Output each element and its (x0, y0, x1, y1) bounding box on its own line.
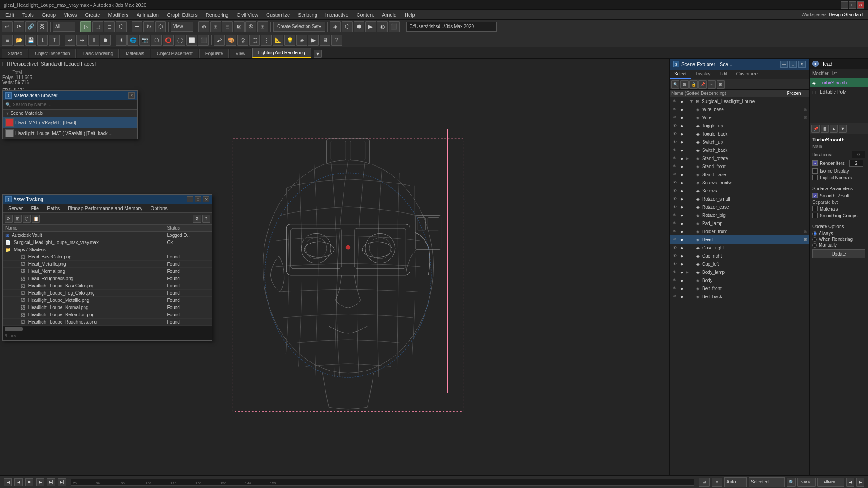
ts-render-iters-value[interactable]: 2 (849, 160, 863, 167)
se-item-rotator-case[interactable]: 👁 ● ◈ Rotator_case (670, 203, 809, 211)
render-frame[interactable]: ⬛ (389, 21, 400, 32)
layer-manager-toggle[interactable]: ≡ (712, 478, 722, 487)
delete-mod[interactable]: 🗑 (821, 125, 829, 133)
at-row-map-3[interactable]: 🖼 Head_Normal.png Found (3, 268, 212, 275)
menu-create[interactable]: Create (81, 11, 104, 19)
at-menu-options[interactable]: Options (147, 205, 171, 212)
mat-search[interactable]: 🔍 Search by Name ... (3, 100, 137, 110)
at-row-map-8[interactable]: 🖼 Headlight_Loupe_Normal.png Found (3, 304, 212, 311)
se-item-cap-left[interactable]: 👁 ● ◈ Cap_left (670, 260, 809, 268)
camera[interactable]: 📷 (139, 35, 150, 46)
at-menu-bitmap[interactable]: Bitmap Performance and Memory (64, 205, 146, 212)
se-item-switch-back[interactable]: 👁 ● ◈ Switch_back (670, 146, 809, 154)
help-q[interactable]: ? (331, 35, 342, 46)
se-item-wire[interactable]: 👁 ● ◈ Wire ⊞ (670, 113, 809, 122)
view-dropdown[interactable]: View (171, 22, 193, 32)
se-lock[interactable]: 🔒 (689, 80, 698, 89)
vertex-color[interactable]: 🎨 (226, 35, 236, 46)
create-selection-set-button[interactable]: Create Selection Set ▾ (273, 22, 325, 32)
tab-extra-btn[interactable]: ▾ (314, 50, 322, 58)
mirror-button[interactable]: ⊟ (222, 21, 233, 32)
at-maximize[interactable]: □ (195, 196, 201, 202)
move-up-mod[interactable]: ▲ (830, 125, 838, 133)
se-item-root[interactable]: 👁 ● ▼ ⊞ Surgical_Headlight_Loupe (670, 97, 809, 105)
rotate-button[interactable]: ↻ (143, 21, 154, 32)
se-item-rotator-small[interactable]: 👁 ● ◈ Rotator_small (670, 195, 809, 203)
render-setup[interactable]: ⬢ (354, 21, 364, 32)
se-item-holder-front[interactable]: 👁 ● ◈ Holder_front ⊞ (670, 227, 809, 235)
mod-turbosmooth[interactable]: ◈ TurboSmooth (810, 78, 868, 87)
plane[interactable]: ⬜ (186, 35, 197, 46)
active-shade[interactable]: ◐ (377, 21, 388, 32)
se-tab-customize[interactable]: Customize (732, 70, 762, 79)
timeline-start-btn[interactable]: |◀ (4, 478, 12, 486)
material-editor[interactable]: ⬡ (342, 21, 353, 32)
tab-materials[interactable]: Materials (120, 49, 150, 58)
ts-render-iters-checkbox[interactable]: ✓ (812, 160, 818, 166)
auto-dropdown[interactable]: Auto (724, 477, 747, 487)
timeline-end-btn[interactable]: ▶| (58, 478, 66, 486)
graph-view[interactable]: ◈ (330, 21, 341, 32)
se-tab-select[interactable]: Select (670, 70, 691, 79)
se-item-toggle-up[interactable]: 👁 ● ◈ Toggle_up (670, 122, 809, 130)
se-item-belt-front[interactable]: 👁 ● ◈ Belt_front (670, 284, 809, 292)
timeline-prev-frame-btn[interactable]: ◀ (14, 478, 23, 486)
se-tab-display[interactable]: Display (691, 70, 715, 79)
select-box[interactable]: ◻ (104, 21, 115, 32)
at-options-btn[interactable]: ⚙ (193, 215, 201, 223)
timeline-stop-btn[interactable]: ■ (25, 478, 33, 486)
snap-button[interactable]: ✇ (245, 21, 256, 32)
light-env[interactable]: 🌐 (127, 35, 138, 46)
at-row-max-file[interactable]: 📄 Surgical_Headlight_Loupe_max_vray.max … (3, 239, 212, 246)
ts-when-rendering-radio[interactable] (812, 237, 817, 242)
at-row-map-6[interactable]: 🖼 Headlight_Loupe_Fog_Color.png Found (3, 290, 212, 297)
se-maximize-btn[interactable]: □ (789, 61, 797, 68)
move-button[interactable]: ✛ (132, 21, 142, 32)
at-row-map-7[interactable]: 🖼 Headlight_Loupe_Metallic.png Found (3, 297, 212, 304)
ref-button[interactable]: ⊞ (210, 21, 221, 32)
menu-edit[interactable]: Edit (2, 11, 18, 19)
teapot[interactable]: ◯ (175, 35, 185, 46)
at-strip-paths[interactable]: ⬡ (23, 215, 31, 223)
redo2[interactable]: ↪ (76, 35, 87, 46)
ts-materials-checkbox[interactable] (812, 206, 818, 211)
set-key-btn[interactable]: Set K. (797, 478, 816, 487)
filter-dropdown[interactable]: All (53, 22, 75, 32)
at-row-map-4[interactable]: 🖼 Head_Roughness.png Found (3, 275, 212, 282)
export[interactable]: ⤴ (49, 35, 60, 46)
at-resolve[interactable]: ⊞ (14, 215, 22, 223)
unlink[interactable]: ⛓ (37, 21, 48, 32)
se-item-rotator-big[interactable]: 👁 ● ◈ Rotator_big (670, 211, 809, 219)
se-item-screws[interactable]: 👁 ● ◈ Screws (670, 187, 809, 195)
at-row-maps-folder[interactable]: 📁 Maps / Shaders (3, 246, 212, 253)
at-row-map-5[interactable]: 🖼 Headlight_Loupe_BaseColor.png Found (3, 282, 212, 290)
se-item-wire-base[interactable]: 👁 ● ◈ Wire_base ⊞ (670, 105, 809, 113)
render-production[interactable]: ▶ (365, 21, 376, 32)
at-help-btn[interactable]: ? (202, 215, 210, 223)
timeline-play-btn[interactable]: ▶ (36, 478, 44, 486)
at-row-map-2[interactable]: 🖼 Head_Metallic.png Found (3, 261, 212, 268)
undo2[interactable]: ↩ (65, 35, 75, 46)
save-file[interactable]: 💾 (25, 35, 36, 46)
redo-button[interactable]: ⟳ (14, 21, 24, 32)
se-item-toggle-back[interactable]: 👁 ● ◈ Toggle_back (670, 130, 809, 138)
se-pin[interactable]: 📌 (698, 80, 707, 89)
paint-selection[interactable]: 🖌 (214, 35, 225, 46)
close-button[interactable]: ✕ (857, 1, 864, 9)
at-refresh[interactable]: ⟳ (5, 215, 13, 223)
at-row-vault[interactable]: ⊞ Autodesk Vault Logged O... (3, 232, 212, 239)
at-copy-to[interactable]: 📋 (32, 215, 40, 223)
at-menu-paths[interactable]: Paths (43, 205, 63, 212)
array-button[interactable]: ⊠ (234, 21, 245, 32)
menu-interactive[interactable]: Interactive (322, 11, 352, 19)
menu-rendering[interactable]: Rendering (202, 11, 232, 19)
menu-arnold[interactable]: Arnold (378, 11, 400, 19)
select-button[interactable]: ▷ (80, 21, 91, 32)
se-item-screws-frontw[interactable]: 👁 ● ◈ Screws_frontw (670, 178, 809, 187)
ts-iterations-value[interactable]: 0 (852, 151, 865, 158)
measure[interactable]: 📐 (273, 35, 283, 46)
box[interactable]: ⬛ (198, 35, 209, 46)
se-minimize-btn[interactable]: — (780, 61, 788, 68)
se-filter[interactable]: ⊠ (680, 80, 689, 89)
at-menu-server[interactable]: Server (5, 205, 26, 212)
